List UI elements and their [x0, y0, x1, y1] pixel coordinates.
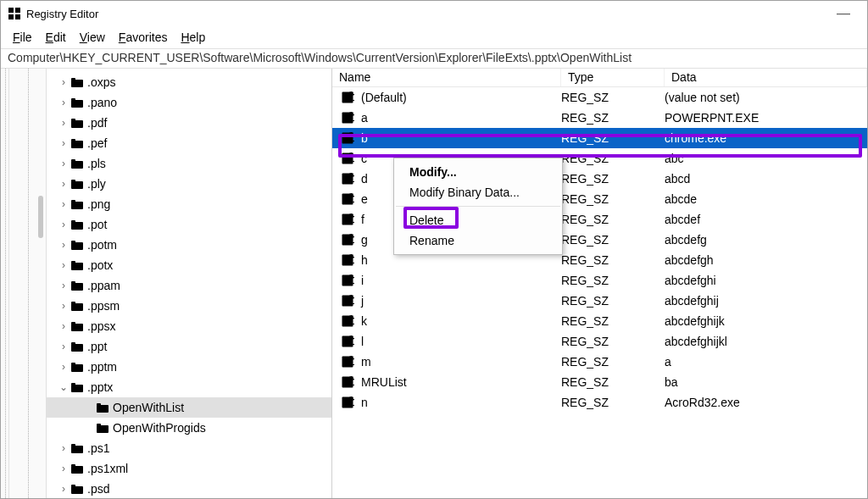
value-data: (value not set): [665, 91, 867, 104]
chevron-right-icon[interactable]: ›: [57, 97, 70, 108]
folder-icon: [70, 157, 84, 170]
value-row[interactable]: bREG_SZchrome.exe: [332, 128, 867, 148]
chevron-right-icon[interactable]: ›: [57, 178, 70, 190]
titlebar: Registry Editor —: [1, 1, 867, 26]
folder-icon: [70, 197, 84, 211]
tree-scrollbar-thumb[interactable]: [38, 196, 43, 238]
menu-edit[interactable]: Edit: [39, 29, 73, 46]
folder-icon: [70, 462, 84, 475]
tree-node[interactable]: ›.pano: [47, 92, 331, 113]
tree-node[interactable]: ›.pptm: [47, 357, 331, 377]
value-row[interactable]: (Default)REG_SZ(value not set): [332, 87, 867, 108]
chevron-down-icon[interactable]: ⌄: [57, 381, 70, 393]
value-type: REG_SZ: [561, 111, 665, 125]
chevron-right-icon[interactable]: ›: [57, 280, 70, 291]
value-type: REG_SZ: [561, 131, 665, 145]
chevron-right-icon[interactable]: ›: [57, 76, 70, 88]
window-title: Registry Editor: [26, 8, 98, 20]
tree-node[interactable]: ›.ps1xml: [47, 458, 331, 479]
tree-pane: ›.oxps›.pano›.pdf›.pef›.pls›.ply›.png›.p…: [1, 69, 331, 498]
chevron-right-icon[interactable]: ›: [57, 239, 70, 251]
ctx-rename[interactable]: Rename: [394, 230, 562, 251]
string-value-icon: [337, 172, 358, 186]
tree-node[interactable]: OpenWithList: [47, 397, 331, 418]
folder-icon: [70, 238, 84, 252]
tree-node[interactable]: ›.pls: [47, 153, 331, 174]
menu-file[interactable]: File: [6, 29, 39, 46]
folder-icon: [70, 136, 84, 150]
value-data: a: [665, 355, 867, 369]
chevron-right-icon[interactable]: ›: [57, 361, 70, 373]
column-name[interactable]: Name: [332, 69, 561, 86]
tree-node[interactable]: ›.ppt: [47, 336, 331, 357]
tree-node[interactable]: ›.pot: [47, 214, 331, 235]
column-data[interactable]: Data: [665, 69, 867, 86]
value-data: abcdefg: [665, 233, 867, 247]
chevron-right-icon[interactable]: ›: [57, 300, 70, 312]
address-bar[interactable]: Computer\HKEY_CURRENT_USER\Software\Micr…: [1, 48, 867, 69]
menu-view[interactable]: View: [73, 29, 112, 46]
value-row[interactable]: nREG_SZAcroRd32.exe: [332, 392, 867, 413]
chevron-right-icon[interactable]: ›: [57, 341, 70, 352]
value-row[interactable]: MRUListREG_SZba: [332, 372, 867, 392]
value-row[interactable]: iREG_SZabcdefghi: [332, 270, 867, 291]
chevron-right-icon[interactable]: ›: [57, 259, 70, 271]
folder-icon: [70, 319, 84, 333]
value-type: REG_SZ: [561, 314, 665, 328]
value-row[interactable]: mREG_SZa: [332, 352, 867, 372]
tree-node[interactable]: ›.ppsx: [47, 316, 331, 336]
tree-node[interactable]: ›.pdf: [47, 113, 331, 133]
values-list[interactable]: (Default)REG_SZ(value not set)aREG_SZPOW…: [332, 87, 867, 498]
tree-node-label: .ppsx: [87, 319, 115, 333]
menu-favorites[interactable]: Favorites: [112, 29, 175, 46]
value-type: REG_SZ: [561, 192, 665, 206]
value-data: abcd: [665, 172, 867, 186]
folder-icon: [70, 360, 84, 374]
ctx-modify-binary[interactable]: Modify Binary Data...: [394, 182, 562, 202]
minimize-button[interactable]: —: [826, 1, 860, 26]
chevron-right-icon[interactable]: ›: [57, 137, 70, 149]
folder-icon: [96, 421, 109, 435]
column-type[interactable]: Type: [561, 69, 665, 86]
chevron-right-icon[interactable]: ›: [57, 158, 70, 169]
tree-node-label: .ppt: [87, 340, 107, 353]
string-value-icon: [337, 131, 358, 145]
chevron-right-icon[interactable]: ›: [57, 320, 70, 332]
registry-tree[interactable]: ›.oxps›.pano›.pdf›.pef›.pls›.ply›.png›.p…: [47, 69, 331, 498]
value-row[interactable]: kREG_SZabcdefghijk: [332, 311, 867, 331]
tree-node[interactable]: ›.potx: [47, 255, 331, 275]
tree-node[interactable]: ›.ply: [47, 174, 331, 194]
tree-node-label: .ppam: [87, 279, 120, 292]
tree-node[interactable]: ›.oxps: [47, 72, 331, 92]
menu-help[interactable]: Help: [174, 29, 212, 46]
chevron-right-icon[interactable]: ›: [57, 442, 70, 454]
value-type: REG_SZ: [561, 375, 665, 389]
chevron-right-icon[interactable]: ›: [57, 198, 70, 210]
value-data: abcdefghi: [665, 274, 867, 287]
string-value-icon: [337, 314, 358, 328]
chevron-right-icon[interactable]: ›: [57, 463, 70, 474]
tree-node-label: .pdf: [87, 116, 107, 130]
tree-node[interactable]: ›.psd: [47, 479, 331, 498]
value-row[interactable]: jREG_SZabcdefghij: [332, 291, 867, 311]
tree-node[interactable]: ›.ppsm: [47, 296, 331, 316]
tree-node[interactable]: ›.ppam: [47, 275, 331, 296]
ctx-modify[interactable]: Modify...: [394, 162, 562, 182]
chevron-right-icon[interactable]: ›: [57, 117, 70, 129]
folder-icon: [70, 96, 84, 109]
value-row[interactable]: aREG_SZPOWERPNT.EXE: [332, 108, 867, 128]
tree-node[interactable]: ›.pef: [47, 133, 331, 153]
tree-node[interactable]: ›.potm: [47, 235, 331, 255]
ctx-delete[interactable]: Delete: [394, 210, 562, 230]
tree-node-label: .pptx: [87, 380, 113, 394]
tree-node-label: .pls: [87, 157, 106, 170]
value-row[interactable]: lREG_SZabcdefghijkl: [332, 331, 867, 352]
value-type: REG_SZ: [561, 91, 665, 104]
tree-node[interactable]: OpenWithProgids: [47, 418, 331, 438]
tree-node-label: .potx: [87, 258, 113, 272]
tree-node[interactable]: ⌄.pptx: [47, 377, 331, 397]
chevron-right-icon[interactable]: ›: [57, 483, 70, 495]
chevron-right-icon[interactable]: ›: [57, 219, 70, 230]
tree-node[interactable]: ›.ps1: [47, 438, 331, 458]
tree-node[interactable]: ›.png: [47, 194, 331, 214]
